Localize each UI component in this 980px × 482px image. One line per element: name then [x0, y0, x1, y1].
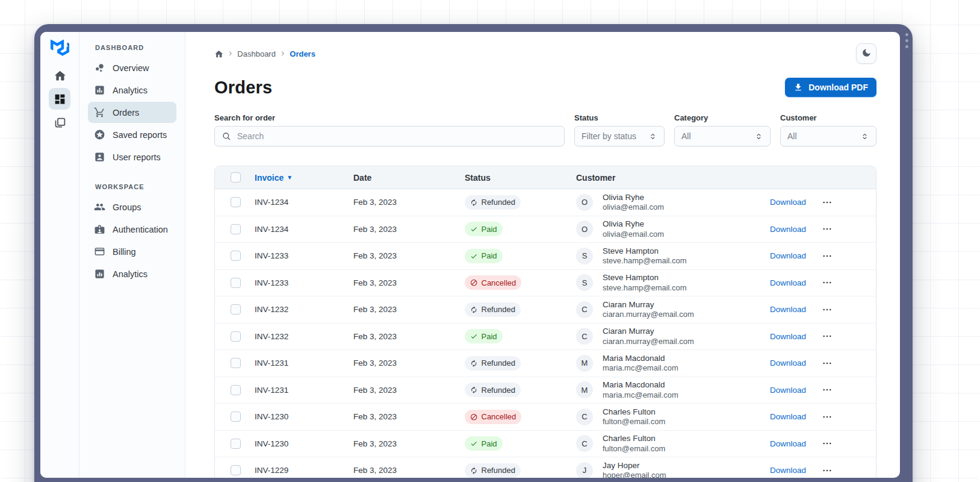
groups-icon [94, 201, 105, 213]
row-more-button[interactable] [822, 384, 833, 395]
download-pdf-label: Download PDF [808, 83, 868, 92]
section-title: WORKSPACE [95, 183, 176, 190]
icon-rail [40, 32, 79, 478]
row-more-button[interactable] [822, 224, 833, 234]
customer-name: Ciaran Murray [603, 326, 694, 337]
row-download-link[interactable]: Download [770, 358, 806, 368]
status-badge: Refunded [465, 356, 521, 371]
status-label: Refunded [482, 466, 515, 475]
table-header: Invoice ▼ Date Status Customer [215, 166, 876, 189]
row-more-button[interactable] [822, 251, 833, 261]
row-checkbox[interactable] [231, 385, 241, 395]
row-checkbox[interactable] [231, 439, 241, 449]
table-row: INV-1232Feb 3, 2023PaidCCiaran Murraycia… [215, 324, 876, 351]
row-checkbox[interactable] [231, 304, 241, 315]
row-checkbox[interactable] [231, 358, 241, 368]
row-more-button[interactable] [822, 197, 833, 208]
shopping-cart-icon [94, 107, 105, 118]
status-badge: Refunded [465, 195, 521, 210]
status-select[interactable]: Filter by status [574, 126, 665, 146]
category-select[interactable]: All [674, 126, 771, 146]
status-label: Cancelled [482, 278, 516, 287]
breadcrumb-separator: › [229, 48, 232, 58]
invoice-cell: INV-1233 [255, 278, 353, 287]
row-more-button[interactable] [822, 465, 833, 476]
table-row: INV-1234Feb 3, 2023RefundedOOlivia Ryheo… [215, 189, 876, 216]
invoice-cell: INV-1233 [255, 251, 353, 260]
dashboard-icon [54, 93, 66, 105]
row-download-link[interactable]: Download [770, 466, 806, 475]
status-label: Refunded [482, 305, 515, 314]
row-download-link[interactable]: Download [770, 412, 806, 421]
sort-caret-icon: ▼ [287, 175, 293, 181]
row-download-link[interactable]: Download [770, 225, 806, 234]
invoice-cell: INV-1229 [255, 466, 353, 475]
row-more-button[interactable] [822, 438, 833, 449]
customer-name: Olivia Ryhe [603, 219, 664, 230]
download-pdf-button[interactable]: Download PDF [785, 78, 876, 97]
customer-name: Maria Macdonald [603, 353, 678, 364]
breadcrumb-orders[interactable]: Orders [290, 49, 315, 58]
search-input[interactable] [236, 131, 557, 142]
topbar: › Dashboard › Orders [214, 43, 876, 64]
row-more-button[interactable] [822, 331, 833, 342]
row-more-button[interactable] [822, 412, 833, 422]
sidebar-item-analytics[interactable]: Analytics [88, 263, 176, 284]
sidebar-item-analytics[interactable]: Analytics [88, 80, 176, 101]
row-download-link[interactable]: Download [770, 251, 806, 260]
sidebar-item-groups[interactable]: Groups [88, 196, 176, 218]
avatar: M [576, 381, 593, 398]
page-title: Orders [214, 78, 272, 98]
sidebar-item-user-reports[interactable]: User reports [88, 146, 176, 167]
invoice-cell: INV-1232 [255, 332, 353, 341]
row-download-link[interactable]: Download [770, 386, 806, 395]
breadcrumb: › Dashboard › Orders [214, 49, 315, 58]
row-more-button[interactable] [822, 277, 833, 288]
row-checkbox[interactable] [231, 197, 241, 207]
select-value: Filter by status [581, 131, 636, 141]
column-header-invoice[interactable]: Invoice ▼ [255, 173, 353, 183]
row-checkbox[interactable] [231, 465, 241, 475]
window-frame: DASHBOARDOverviewAnalyticsOrdersSaved re… [34, 24, 913, 482]
row-download-link[interactable]: Download [770, 198, 806, 207]
customer-name: Maria Macdonald [603, 380, 678, 390]
row-more-button[interactable] [822, 304, 833, 315]
autorenew-icon [470, 360, 478, 368]
avatar: C [576, 435, 593, 452]
frame-scrollbar-dots [905, 33, 908, 48]
search-group: Search for order [214, 113, 565, 146]
row-download-link[interactable]: Download [770, 332, 806, 341]
row-checkbox[interactable] [231, 331, 241, 342]
customer-name: Steve Hampton [603, 272, 687, 283]
customer-select[interactable]: All [780, 126, 876, 146]
row-checkbox[interactable] [231, 278, 241, 288]
date-cell: Feb 3, 2023 [353, 225, 465, 234]
sidebar-item-overview[interactable]: Overview [88, 57, 176, 78]
sidebar-item-saved-reports[interactable]: Saved reports [88, 124, 176, 145]
row-download-link[interactable]: Download [770, 439, 806, 448]
row-checkbox[interactable] [231, 412, 241, 422]
status-badge: Cancelled [465, 410, 521, 424]
avatar: S [576, 274, 593, 291]
home-icon[interactable] [214, 49, 223, 58]
theme-toggle-button[interactable] [856, 43, 876, 64]
row-download-link[interactable]: Download [770, 305, 806, 314]
row-checkbox[interactable] [231, 224, 241, 234]
unfold-icon [860, 132, 869, 141]
row-download-link[interactable]: Download [770, 278, 806, 287]
row-more-button[interactable] [822, 358, 833, 369]
breadcrumb-dashboard[interactable]: Dashboard [237, 49, 276, 58]
customer-email: steve.hamp@email.com [603, 256, 687, 266]
sidebar-item-authentication[interactable]: Authentication [88, 219, 176, 240]
row-checkbox[interactable] [231, 251, 241, 261]
dashboard-rail-button[interactable] [49, 88, 70, 110]
home-rail-button[interactable] [49, 64, 70, 86]
date-cell: Feb 3, 2023 [353, 278, 465, 287]
sidebar-item-orders[interactable]: Orders [88, 102, 176, 123]
customer-name: Charles Fulton [603, 433, 665, 444]
layers-rail-button[interactable] [49, 111, 70, 133]
customer-name: Ciaran Murray [603, 299, 694, 310]
sidebar-item-billing[interactable]: Billing [88, 241, 176, 262]
select-all-checkbox[interactable] [231, 172, 241, 183]
date-cell: Feb 3, 2023 [353, 412, 465, 421]
